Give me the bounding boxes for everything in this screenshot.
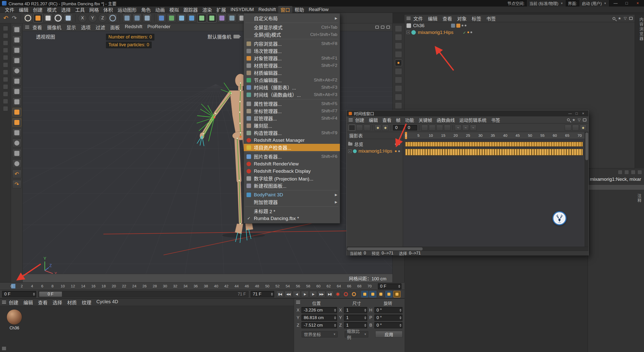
camera-label[interactable]: 默认摄像机	[208, 33, 231, 40]
maximize-button[interactable]: □	[622, 1, 631, 6]
viewport-solo-icon[interactable]	[12, 128, 21, 137]
goto-first-key-icon[interactable]	[421, 125, 428, 131]
timeline-menu-5[interactable]: 关键帧	[417, 117, 434, 123]
lock-x-icon[interactable]: X	[78, 14, 87, 22]
enabled-check-icon[interactable]: ✓	[463, 30, 466, 34]
filter-icon[interactable]: ▽	[624, 16, 627, 21]
window-menu-item-5[interactable]: 内容浏览器...Shift+F8	[244, 40, 340, 47]
dock-handle-icon-6[interactable]	[3, 70, 8, 75]
free-select-icon[interactable]	[12, 159, 21, 168]
attribute-section-bar[interactable]	[588, 185, 644, 190]
spline-interpolation-icon[interactable]: ~	[470, 125, 476, 131]
material-menu-2[interactable]: 查看	[36, 299, 50, 306]
rotation-h-field[interactable]: 0 °	[374, 307, 403, 313]
move-icon[interactable]	[33, 14, 43, 22]
record-position-toggle[interactable]	[361, 291, 368, 297]
rotation-p-field[interactable]: 0 °	[374, 315, 403, 321]
material-menu-3[interactable]: 选择	[50, 299, 64, 306]
object-row-hips[interactable]: + mixamorig1:Hips ✓	[405, 29, 635, 36]
timeline-key-area[interactable]: 0510152025303540455055606570	[403, 132, 585, 247]
mute-dot-icon[interactable]	[395, 143, 397, 145]
hips-keyframe-lane[interactable]	[403, 148, 585, 157]
history-forward-icon[interactable]: ↷	[12, 180, 21, 189]
search-icon[interactable]	[613, 17, 615, 20]
menu-18[interactable]: 帮助	[292, 6, 306, 13]
timeline-minimize-button[interactable]: —	[567, 111, 573, 115]
window-menu-item-11[interactable]: 时间线（摄影表）...Shift+F3	[244, 84, 340, 91]
position-x-field[interactable]: -3.226 cm	[301, 307, 337, 313]
window-menu-item-32[interactable]: ✓Rumba Dancing.fbx *	[244, 215, 340, 222]
menu-5[interactable]: 工具	[73, 6, 87, 13]
fcurve-mode-icon[interactable]	[356, 125, 363, 131]
filter-icon[interactable]: ▽	[578, 118, 581, 122]
goto-start-button[interactable]: ▮◀	[276, 291, 284, 297]
timeline-menu-3[interactable]: 帧	[394, 117, 403, 123]
object-manager-menu-icon[interactable]	[407, 17, 411, 20]
history-back-icon[interactable]	[618, 170, 622, 174]
window-menu-item-25[interactable]: 数字绘景 (Projection Man)...	[244, 175, 340, 182]
record-scale-toggle[interactable]	[369, 291, 376, 297]
timeline-menu-7[interactable]: 运动剪辑系统	[457, 117, 489, 123]
window-menu-item-3[interactable]: 全屏(组)模式Ctrl+Shift+Tab	[244, 31, 340, 38]
record-point-level-toggle[interactable]	[393, 291, 400, 297]
dock-handle-icon-7[interactable]	[3, 77, 8, 82]
size-z-field[interactable]: 1	[344, 322, 367, 328]
end-frame-spinner[interactable]	[271, 293, 273, 296]
menu-10[interactable]: 动画	[153, 6, 167, 13]
om-menu-4[interactable]: 标签	[469, 15, 484, 22]
window-menu-item-22[interactable]: 图片查看器...Shift+F6	[244, 153, 340, 160]
keyframe-selection-button[interactable]	[351, 291, 357, 297]
view-label[interactable]: 透视视图	[36, 33, 55, 40]
menu-14[interactable]: 扩展	[214, 6, 228, 13]
window-menu-item-23[interactable]: Redshift RenderView	[244, 160, 340, 167]
close-button[interactable]: ×	[633, 1, 642, 6]
visibility-dot-icon[interactable]	[470, 31, 472, 33]
om-menu-3[interactable]: 对象	[455, 15, 469, 22]
edges-mode-icon[interactable]	[12, 77, 21, 85]
notes-tab[interactable]: 注释	[636, 194, 644, 203]
object-label[interactable]: mixamorig1:Hips	[418, 30, 453, 35]
material-menu-0[interactable]: 创建	[7, 299, 21, 306]
simulate-b-icon[interactable]	[207, 14, 216, 22]
expand-icon[interactable]: +	[407, 31, 410, 34]
subdivision-surface-icon[interactable]	[187, 14, 196, 22]
material-menu-4[interactable]: 材质	[65, 299, 79, 306]
timeline-ruler[interactable]: 0246810121416182022242628303234363840424…	[0, 282, 405, 290]
render-dot-icon[interactable]	[465, 25, 466, 26]
layout-icon-6[interactable]	[395, 77, 402, 83]
window-menu-item-14[interactable]: 属性管理器...Shift+F5	[244, 100, 340, 107]
rotation-b-field[interactable]: 0 °	[374, 322, 403, 328]
layout-icon-5[interactable]	[395, 68, 402, 75]
step-interpolation-icon[interactable]: ~	[462, 125, 469, 131]
bookmark-star-icon[interactable]: ★	[572, 118, 575, 122]
end-frame-field[interactable]: 71 F	[251, 291, 274, 297]
hips-keyframes[interactable]	[405, 149, 583, 155]
model-mode-icon[interactable]	[12, 36, 21, 44]
layout-icon-8[interactable]	[395, 94, 402, 100]
key-dot-icon[interactable]	[395, 150, 397, 152]
layout-icon-9[interactable]	[395, 102, 402, 109]
enable-snap-icon[interactable]	[12, 108, 21, 116]
delete-key-icon[interactable]: ◆	[382, 125, 389, 131]
timeline-menu-icon[interactable]	[349, 118, 353, 121]
coordinate-system-select[interactable]: 世界坐标▼	[302, 331, 338, 337]
menu-4[interactable]: 选择	[59, 6, 73, 13]
viewport-menu-0[interactable]: 查看	[30, 24, 44, 31]
timeline-title-bar[interactable]: 时间线窗口 — □ ×	[347, 110, 588, 116]
visibility-dot-icon[interactable]	[462, 25, 463, 26]
position-z-field[interactable]: -7.512 cm	[301, 322, 337, 328]
size-x-field[interactable]: 1	[344, 307, 367, 313]
dock-handle-icon-10[interactable]	[3, 99, 8, 104]
play-button[interactable]: ▶	[301, 291, 309, 297]
track-row-hips[interactable]: + mixamorig1:Hips	[347, 148, 403, 155]
render-region-icon[interactable]	[133, 14, 142, 22]
selected-joint[interactable]	[213, 116, 215, 118]
layout-icon-7[interactable]	[395, 85, 402, 92]
motion-mode-icon[interactable]	[364, 125, 370, 131]
node-space-select[interactable]: 当前 (标准/物理) ▼	[527, 0, 565, 7]
last-tool-icon[interactable]	[64, 14, 73, 22]
deformer-icon[interactable]	[217, 14, 226, 22]
material-menu-6[interactable]: Cycles 4D	[94, 299, 120, 306]
render-view-icon[interactable]	[123, 14, 132, 22]
start-frame-field[interactable]: 0 F	[2, 291, 36, 297]
